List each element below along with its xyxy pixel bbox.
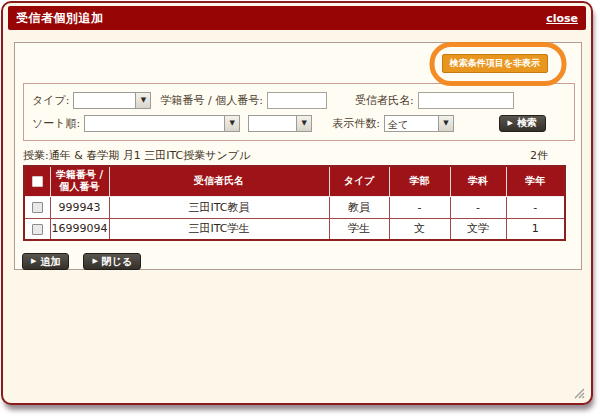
cell-student-id: 16999094 — [50, 218, 109, 240]
cell-faculty: - — [389, 196, 450, 218]
table-row: 999943 三田ITC教員 教員 - - - — [24, 196, 565, 218]
search-button[interactable]: ▶ 検索 — [499, 115, 546, 132]
row-checkbox[interactable] — [32, 224, 43, 235]
dropdown-arrow-icon: ▼ — [296, 116, 311, 131]
display-count-select[interactable]: 全て ▼ — [384, 115, 454, 132]
search-conditions-box: タイプ: ▼ 学籍番号 / 個人番号: 受信者氏名: ソート順: ▼ — [23, 83, 575, 141]
header-checkbox-cell — [24, 166, 50, 196]
add-recipient-dialog: 受信者個別追加 close 検索条件項目を非表示 タイプ: ▼ 学籍番号 / 個… — [1, 1, 593, 405]
resize-handle-icon[interactable] — [574, 388, 585, 399]
result-count: 2件 — [530, 148, 564, 163]
recipient-name-input[interactable] — [418, 92, 514, 109]
cell-recipient-name: 三田ITC教員 — [109, 196, 329, 218]
dialog-title-bar: 受信者個別追加 close — [8, 6, 586, 30]
dialog-title: 受信者個別追加 — [16, 10, 104, 27]
cell-type: 学生 — [329, 218, 389, 240]
close-button[interactable]: ▶ 閉じる — [83, 253, 141, 270]
cell-department: 文学 — [450, 218, 506, 240]
type-label: タイプ: — [32, 93, 69, 108]
table-row: 16999094 三田ITC学生 学生 文 文学 1 — [24, 218, 565, 240]
dropdown-arrow-icon: ▼ — [224, 116, 239, 131]
cell-department: - — [450, 196, 506, 218]
cell-year: - — [506, 196, 565, 218]
add-button[interactable]: ▶ 追加 — [22, 253, 69, 270]
hide-search-conditions-button[interactable]: 検索条件項目を非表示 — [442, 54, 548, 73]
search-row-2: ソート順: ▼ ▼ 表示件数: 全て ▼ ▶ 検索 — [32, 113, 566, 133]
search-panel: 検索条件項目を非表示 タイプ: ▼ 学籍番号 / 個人番号: 受信者氏名: ソー… — [14, 42, 582, 270]
table-header-row: 学籍番号 / 個人番号 受信者氏名 タイプ 学部 学科 学年 — [24, 166, 565, 196]
cell-year: 1 — [506, 218, 565, 240]
sort-select-2[interactable]: ▼ — [248, 115, 312, 132]
header-recipient-name: 受信者氏名 — [109, 166, 329, 196]
recipient-name-label: 受信者氏名: — [355, 93, 414, 108]
close-link[interactable]: close — [546, 12, 578, 25]
display-count-label: 表示件数: — [332, 116, 380, 131]
search-row-1: タイプ: ▼ 学籍番号 / 個人番号: 受信者氏名: — [32, 90, 566, 110]
cell-faculty: 文 — [389, 218, 450, 240]
class-info-label: 授業:通年 & 春学期 月1 三田ITC授業サンプル — [23, 148, 250, 163]
header-type: タイプ — [329, 166, 389, 196]
cell-recipient-name: 三田ITC学生 — [109, 218, 329, 240]
dropdown-arrow-icon: ▼ — [438, 116, 453, 131]
footer-buttons: ▶ 追加 ▶ 閉じる — [22, 253, 581, 270]
type-select[interactable]: ▼ — [73, 92, 151, 109]
header-department: 学科 — [450, 166, 506, 196]
play-icon: ▶ — [92, 258, 97, 265]
row-checkbox[interactable] — [32, 202, 43, 213]
cell-student-id: 999943 — [50, 196, 109, 218]
result-header-line: 授業:通年 & 春学期 月1 三田ITC授業サンプル 2件 — [23, 148, 564, 163]
recipients-table: 学籍番号 / 個人番号 受信者氏名 タイプ 学部 学科 学年 999943 三田… — [23, 165, 566, 241]
dropdown-arrow-icon: ▼ — [135, 93, 150, 108]
header-student-id: 学籍番号 / 個人番号 — [50, 166, 109, 196]
sort-label: ソート順: — [32, 116, 80, 131]
student-id-label: 学籍番号 / 個人番号: — [160, 93, 262, 108]
play-icon: ▶ — [31, 258, 36, 265]
play-icon: ▶ — [508, 120, 513, 127]
select-all-checkbox[interactable] — [32, 176, 43, 187]
header-year: 学年 — [506, 166, 565, 196]
cell-type: 教員 — [329, 196, 389, 218]
student-id-input[interactable] — [267, 92, 327, 109]
header-faculty: 学部 — [389, 166, 450, 196]
sort-select-1[interactable]: ▼ — [84, 115, 240, 132]
